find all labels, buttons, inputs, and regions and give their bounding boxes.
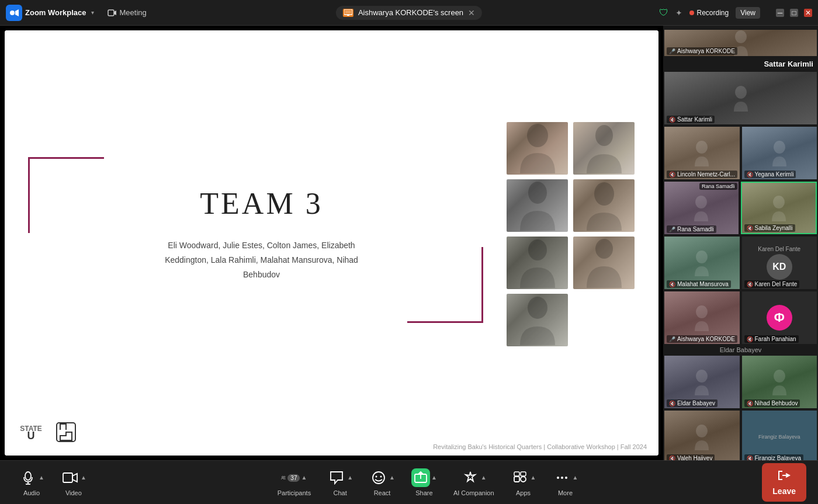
bracket-top-left <box>28 157 104 233</box>
sattar-label: 🔇 Sattar Karimli <box>667 116 715 123</box>
main-area: TEAM 3 Eli Woodward, Julie Estes, Colton… <box>0 26 818 460</box>
participants-button[interactable]: 37 ▲ Participants <box>271 465 318 500</box>
svg-point-25 <box>696 305 708 318</box>
participant-aishwarya2[interactable]: 🎤 Aishwarya KORKODE <box>664 291 740 344</box>
minimize-button[interactable]: ─ <box>776 9 784 17</box>
person-silhouette-malahat <box>694 250 710 276</box>
apps-label: Apps <box>516 489 531 496</box>
valeh-label: 🔇 Valeh Hajiyev <box>667 454 715 460</box>
svg-point-24 <box>696 251 708 263</box>
shield-icon: 🛡 <box>659 8 668 18</box>
window-controls: ─ □ ✕ <box>776 9 812 17</box>
app-dropdown-chevron[interactable]: ▾ <box>91 9 94 16</box>
leave-button[interactable]: Leave <box>762 463 806 502</box>
slide-footer: Revitalizing Baku's Historical Quarters … <box>5 438 658 456</box>
karen-header: Karen Del Fante <box>758 246 800 252</box>
participant-malahat[interactable]: 🔇 Malahat Mansurova <box>664 237 740 289</box>
svg-point-37 <box>282 476 284 478</box>
malahat-karen-row: 🔇 Malahat Mansurova Karen Del Fante KD 🔇… <box>663 235 818 290</box>
participant-farah[interactable]: Φ 🔇 Farah Panahian <box>742 291 817 344</box>
svg-point-8 <box>528 182 547 204</box>
svg-point-39 <box>373 472 384 484</box>
participant-lincoln[interactable]: 🔇 Lincoln Nemetz-Carl... <box>664 127 740 179</box>
firangiz-header: Firangiz Balayeva <box>758 434 800 440</box>
photo-6 <box>573 237 635 289</box>
participant-valeh[interactable]: 🔇 Valeh Hajiyev <box>664 411 740 460</box>
audio-button[interactable]: ▲ Audio <box>12 465 51 500</box>
view-button[interactable]: View <box>736 7 760 19</box>
eldar-label: 🔇 Eldar Babayev <box>667 399 718 407</box>
video-button[interactable]: ▲ Video <box>54 465 93 500</box>
audio-icon <box>19 468 37 487</box>
svg-rect-36 <box>63 473 72 482</box>
person-silhouette-nihad <box>771 369 788 395</box>
logos-bottom: STATE U <box>16 418 81 447</box>
lincoln-label: 🔇 Lincoln Nemetz-Carl... <box>667 171 737 178</box>
svg-point-33 <box>25 472 31 480</box>
aishwarya-farah-row: 🎤 Aishwarya KORKODE Φ 🔇 Farah Panahian <box>663 290 818 345</box>
participant-firangiz[interactable]: Firangiz Balayeva 🔇 Firangiz Balayeva <box>742 411 817 460</box>
participants-count-badge: 37 <box>287 474 300 482</box>
svg-point-27 <box>774 370 785 383</box>
more-button[interactable]: ▲ More <box>546 465 585 500</box>
karen-avatar: KD <box>767 254 792 280</box>
participant-rana[interactable]: 🎤 Rana Samadli Rana Samadli <box>664 182 739 234</box>
star-icon: ✦ <box>675 8 682 18</box>
usu-logo-svg: STATE U <box>17 418 45 446</box>
slide-content: TEAM 3 Eli Woodward, Julie Estes, Colton… <box>5 30 658 456</box>
svg-point-11 <box>595 239 613 259</box>
app-name-label: Zoom Workplace <box>25 8 86 18</box>
photo-7 <box>507 294 568 346</box>
svg-rect-2 <box>108 10 114 16</box>
presentation-area: TEAM 3 Eli Woodward, Julie Estes, Colton… <box>5 30 658 456</box>
react-button[interactable]: ▲ React <box>362 465 402 500</box>
ai-companion-button[interactable]: ▲ AI Companion <box>446 465 501 500</box>
meeting-icon <box>108 8 117 18</box>
participant-yegana[interactable]: 🔇 Yegana Kerimli <box>742 127 817 179</box>
participant-eldar[interactable]: 🔇 Eldar Babayev <box>664 356 740 408</box>
farah-label: 🔇 Farah Panahian <box>744 335 799 343</box>
sattar-row: 🔇 Sattar Karimli <box>663 71 818 126</box>
svg-point-28 <box>696 425 708 437</box>
chat-label: Chat <box>334 489 347 496</box>
slide-photos-grid <box>507 122 635 346</box>
svg-point-10 <box>528 239 547 260</box>
ai-companion-label: AI Companion <box>453 489 494 496</box>
svg-rect-47 <box>521 472 526 476</box>
participant-karen[interactable]: Karen Del Fante KD 🔇 Karen Del Fante <box>742 237 817 289</box>
firangiz-label: 🔇 Firangiz Balayeva <box>744 454 803 460</box>
svg-point-6 <box>527 124 548 147</box>
more-label: More <box>558 489 573 496</box>
titlebar: Zoom Workplace ▾ Meeting Aishwarya KORKO… <box>0 0 818 26</box>
team-title: TEAM 3 <box>51 186 472 221</box>
participant-nihad[interactable]: 🔇 Nihad Behbudov <box>742 356 817 408</box>
svg-rect-5 <box>347 15 349 16</box>
section-header-sattar: Sattar Karimli <box>663 57 818 71</box>
react-label: React <box>374 489 391 496</box>
zoom-title-text: Zoom Workplace <box>25 8 86 18</box>
close-button[interactable]: ✕ <box>804 9 812 17</box>
apps-button[interactable]: ▲ Apps <box>504 465 543 500</box>
person-silhouette-lincoln <box>694 140 710 166</box>
more-icon <box>553 468 571 487</box>
share-label: Share <box>415 489 432 496</box>
featured-name-label: 🎤 Aishwarya KORKODE <box>667 47 737 55</box>
screen-share-close[interactable]: ✕ <box>468 8 475 18</box>
share-button[interactable]: ▲ Share <box>404 465 444 500</box>
apps-icon <box>511 468 529 487</box>
svg-point-41 <box>380 476 382 478</box>
svg-point-45 <box>521 477 526 482</box>
react-icon <box>369 468 388 487</box>
titlebar-left: Zoom Workplace ▾ Meeting <box>6 5 147 21</box>
aishwarya2-label: 🎤 Aishwarya KORKODE <box>667 335 737 343</box>
ai-companion-icon <box>461 468 480 487</box>
screen-share-label: Aishwarya KORKODE's screen <box>358 8 463 17</box>
screen-share-icon <box>343 9 353 17</box>
restore-button[interactable]: □ <box>790 9 798 17</box>
chat-button[interactable]: ▲ Chat <box>320 465 360 500</box>
meeting-tab[interactable]: Meeting <box>108 8 147 18</box>
titlebar-right: 🛡 ✦ Recording View ─ □ ✕ <box>659 7 813 19</box>
participant-sattar[interactable]: 🔇 Sattar Karimli <box>664 72 817 124</box>
leave-label: Leave <box>772 486 796 496</box>
participant-sabila[interactable]: 🔇 Sabila Zeynalli <box>741 182 817 234</box>
